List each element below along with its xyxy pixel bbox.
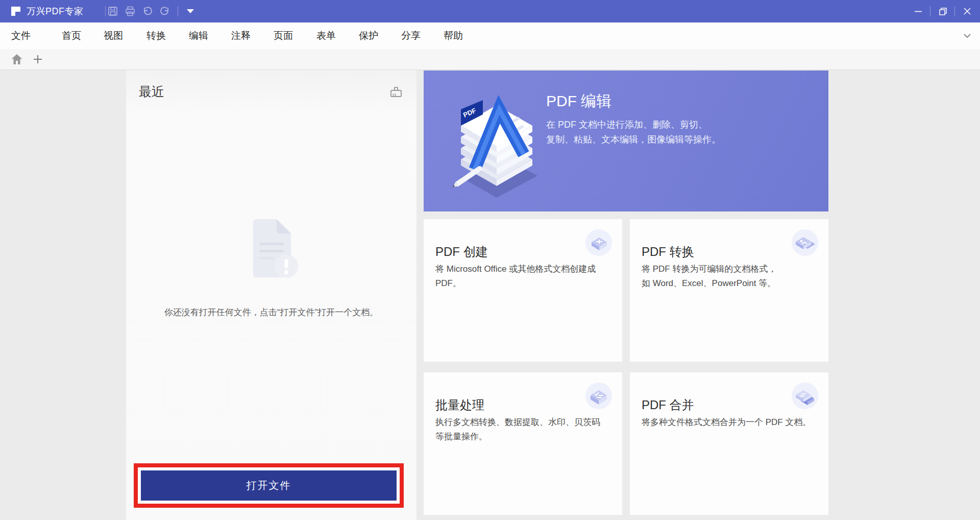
empty-document-icon xyxy=(238,216,305,283)
menu-protect[interactable]: 保护 xyxy=(359,22,378,49)
card-description-line: 执行多文档转换、数据提取、水印、贝茨码 xyxy=(435,415,613,430)
card-description-line: 将 PDF 转换为可编辑的文档格式， xyxy=(642,262,819,276)
menu-view[interactable]: 视图 xyxy=(104,22,123,49)
card-description-line: 复制、粘贴、文本编辑，图像编辑等操作。 xyxy=(546,132,721,147)
print-button[interactable] xyxy=(121,0,139,22)
menu-file[interactable]: 文件 xyxy=(11,22,31,49)
tabbar xyxy=(0,49,980,70)
new-tab-button[interactable] xyxy=(32,53,44,65)
close-icon xyxy=(963,7,971,15)
card-description-line: 如 Word、Excel、PowerPoint 等。 xyxy=(642,276,819,291)
menu-share[interactable]: 分享 xyxy=(401,22,421,49)
pdf-edit-illustration-icon: PDF xyxy=(438,78,553,200)
save-button[interactable] xyxy=(104,0,121,22)
app-logo-icon xyxy=(10,6,21,17)
card-title: PDF 创建 xyxy=(435,244,488,260)
menu-help[interactable]: 帮助 xyxy=(444,22,463,49)
pdf-merge-card[interactable]: PDF 合并 将多种文件格式文档合并为一个 PDF 文档。 xyxy=(630,372,828,515)
pdf-create-card[interactable]: PDF 创建 将 Microsoft Office 或其他格式文档创建成 PDF… xyxy=(424,219,622,362)
menu-comment[interactable]: 注释 xyxy=(231,22,251,49)
undo-icon xyxy=(142,6,153,17)
titlebar-separator xyxy=(930,6,930,16)
quick-access-dropdown-button[interactable] xyxy=(182,0,199,22)
redo-icon xyxy=(159,6,170,17)
titlebar: 万兴PDF专家 xyxy=(0,0,980,22)
restore-icon xyxy=(939,7,947,16)
redo-button[interactable] xyxy=(156,0,174,22)
card-description-line: 在 PDF 文档中进行添加、删除、剪切、 xyxy=(546,117,721,132)
menu-page[interactable]: 页面 xyxy=(274,22,293,49)
print-icon xyxy=(125,6,136,17)
undo-button[interactable] xyxy=(139,0,156,22)
card-title: PDF 合并 xyxy=(642,397,694,413)
pdf-edit-card[interactable]: PDF PDF 编辑 在 PDF 文档中进行添加、删除、剪切、 复制、粘贴、文本… xyxy=(424,70,828,211)
card-description: 在 PDF 文档中进行添加、删除、剪切、 复制、粘贴、文本编辑，图像编辑等操作。 xyxy=(546,117,721,147)
card-description: 将 PDF 转换为可编辑的文档格式， 如 Word、Excel、PowerPoi… xyxy=(642,262,819,291)
home-tab[interactable] xyxy=(10,53,23,66)
app-title: 万兴PDF专家 xyxy=(27,0,84,22)
menu-form[interactable]: 表单 xyxy=(316,22,336,49)
close-button[interactable] xyxy=(955,0,979,22)
card-description-line: 等批量操作。 xyxy=(435,430,613,444)
titlebar-separator xyxy=(954,6,955,16)
recent-title: 最近 xyxy=(139,83,164,100)
pdf-merge-icon xyxy=(791,382,819,410)
card-description-line: 将多种文件格式文档合并为一个 PDF 文档。 xyxy=(642,415,819,430)
card-title: 批量处理 xyxy=(435,397,484,413)
card-description: 执行多文档转换、数据提取、水印、贝茨码 等批量操作。 xyxy=(435,415,613,444)
minimize-icon xyxy=(914,7,922,15)
pdf-create-icon xyxy=(584,228,613,257)
batch-process-icon xyxy=(584,382,613,410)
open-file-button[interactable]: 打开文件 xyxy=(141,470,397,501)
titlebar-separator xyxy=(178,6,178,16)
collapse-ribbon-chevron-icon[interactable] xyxy=(962,31,973,41)
home-content: 最近 你还没有打开任何文件，点击“打开文件”打开一个文档。 打开文件 xyxy=(0,70,980,520)
card-title: PDF 转换 xyxy=(642,244,694,260)
recent-panel: 最近 你还没有打开任何文件，点击“打开文件”打开一个文档。 打开文件 xyxy=(126,70,416,520)
card-description-line: 将 Microsoft Office 或其他格式文档创建成 xyxy=(435,262,613,276)
restore-button[interactable] xyxy=(931,0,954,22)
card-description: 将多种文件格式文档合并为一个 PDF 文档。 xyxy=(642,415,819,430)
card-description-line: PDF。 xyxy=(435,276,613,291)
empty-state-message: 你还没有打开任何文件，点击“打开文件”打开一个文档。 xyxy=(126,306,416,318)
card-title: PDF 编辑 xyxy=(546,91,611,112)
card-description: 将 Microsoft Office 或其他格式文档创建成 PDF。 xyxy=(435,262,613,291)
minimize-button[interactable] xyxy=(906,0,930,22)
pdf-convert-card[interactable]: PDF 转换 将 PDF 转换为可编辑的文档格式， 如 Word、Excel、P… xyxy=(630,219,828,362)
clear-recent-icon[interactable] xyxy=(389,85,403,100)
menu-convert[interactable]: 转换 xyxy=(146,22,166,49)
menubar: 文件 首页 视图 转换 编辑 注释 页面 表单 保护 分享 帮助 xyxy=(0,22,980,49)
caret-down-icon xyxy=(187,9,194,13)
menu-home[interactable]: 首页 xyxy=(62,22,81,49)
annotation-highlight-box: 打开文件 xyxy=(134,463,404,508)
save-icon xyxy=(107,6,118,17)
menu-edit[interactable]: 编辑 xyxy=(189,22,208,49)
pdf-convert-icon xyxy=(791,228,819,257)
batch-process-card[interactable]: 批量处理 执行多文档转换、数据提取、水印、贝茨码 等批量操作。 xyxy=(424,372,622,515)
